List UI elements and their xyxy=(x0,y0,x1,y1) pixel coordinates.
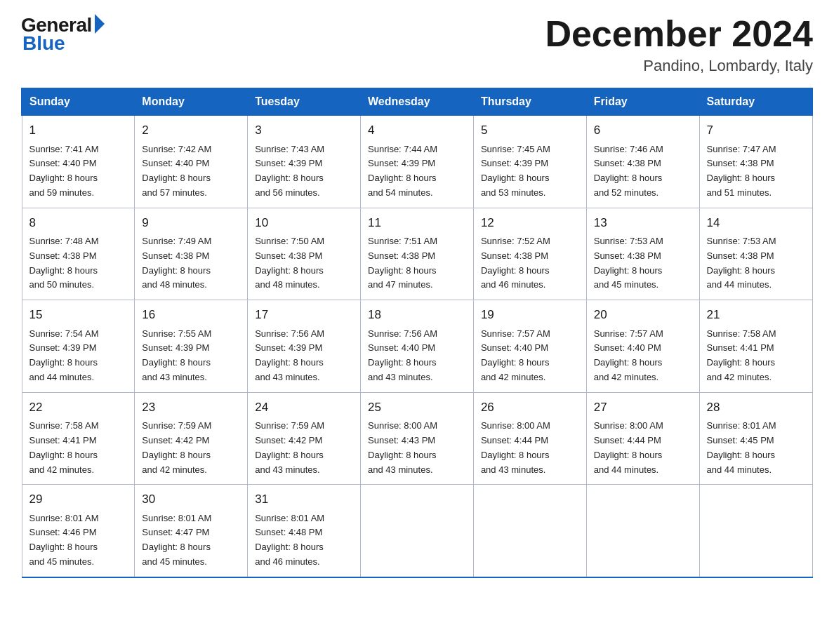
day-info: Sunrise: 7:49 AMSunset: 4:38 PMDaylight:… xyxy=(142,234,240,293)
calendar-table: SundayMondayTuesdayWednesdayThursdayFrid… xyxy=(21,88,813,578)
day-info: Sunrise: 7:57 AMSunset: 4:40 PMDaylight:… xyxy=(481,327,579,385)
location-title: Pandino, Lombardy, Italy xyxy=(545,57,813,75)
calendar-cell: 8Sunrise: 7:48 AMSunset: 4:38 PMDaylight… xyxy=(22,208,135,300)
calendar-cell xyxy=(473,485,586,577)
day-number: 15 xyxy=(29,306,128,324)
week-row-4: 22Sunrise: 7:58 AMSunset: 4:41 PMDayligh… xyxy=(22,392,812,485)
calendar-cell: 24Sunrise: 7:59 AMSunset: 4:42 PMDayligh… xyxy=(248,392,361,485)
day-number: 16 xyxy=(142,306,240,324)
day-number: 1 xyxy=(29,121,128,140)
week-row-5: 29Sunrise: 8:01 AMSunset: 4:46 PMDayligh… xyxy=(22,485,812,577)
calendar-cell: 25Sunrise: 8:00 AMSunset: 4:43 PMDayligh… xyxy=(361,392,474,485)
calendar-cell: 12Sunrise: 7:52 AMSunset: 4:38 PMDayligh… xyxy=(473,208,586,300)
calendar-cell: 29Sunrise: 8:01 AMSunset: 4:46 PMDayligh… xyxy=(22,485,135,577)
day-number: 30 xyxy=(142,490,240,509)
day-info: Sunrise: 7:56 AMSunset: 4:40 PMDaylight:… xyxy=(368,327,466,385)
title-block: December 2024 Pandino, Lombardy, Italy xyxy=(545,14,813,75)
day-number: 20 xyxy=(594,306,692,324)
calendar-cell xyxy=(699,485,812,577)
day-info: Sunrise: 7:44 AMSunset: 4:39 PMDaylight:… xyxy=(368,142,466,201)
day-number: 27 xyxy=(594,398,692,417)
day-number: 4 xyxy=(368,121,466,140)
calendar-cell: 15Sunrise: 7:54 AMSunset: 4:39 PMDayligh… xyxy=(22,300,135,393)
day-info: Sunrise: 7:53 AMSunset: 4:38 PMDaylight:… xyxy=(707,234,805,293)
header-cell-tuesday: Tuesday xyxy=(248,88,361,116)
day-number: 25 xyxy=(368,398,466,417)
day-info: Sunrise: 8:01 AMSunset: 4:47 PMDaylight:… xyxy=(142,511,240,570)
day-info: Sunrise: 7:45 AMSunset: 4:39 PMDaylight:… xyxy=(481,142,579,201)
day-info: Sunrise: 7:59 AMSunset: 4:42 PMDaylight:… xyxy=(255,419,353,477)
day-number: 7 xyxy=(707,121,805,140)
day-number: 26 xyxy=(481,398,579,417)
day-info: Sunrise: 8:01 AMSunset: 4:46 PMDaylight:… xyxy=(29,511,128,570)
day-number: 6 xyxy=(594,121,692,140)
day-number: 31 xyxy=(255,490,353,509)
header-cell-friday: Friday xyxy=(586,88,699,116)
day-info: Sunrise: 7:53 AMSunset: 4:38 PMDaylight:… xyxy=(594,234,692,293)
calendar-cell: 22Sunrise: 7:58 AMSunset: 4:41 PMDayligh… xyxy=(22,392,135,485)
day-number: 24 xyxy=(255,398,353,417)
day-info: Sunrise: 8:00 AMSunset: 4:44 PMDaylight:… xyxy=(481,419,579,477)
day-info: Sunrise: 7:57 AMSunset: 4:40 PMDaylight:… xyxy=(594,327,692,385)
day-number: 8 xyxy=(29,214,128,232)
day-number: 3 xyxy=(255,121,353,140)
calendar-cell: 23Sunrise: 7:59 AMSunset: 4:42 PMDayligh… xyxy=(135,392,248,485)
week-row-1: 1Sunrise: 7:41 AMSunset: 4:40 PMDaylight… xyxy=(22,116,812,208)
calendar-cell: 27Sunrise: 8:00 AMSunset: 4:44 PMDayligh… xyxy=(586,392,699,485)
day-number: 10 xyxy=(255,214,353,232)
logo: General Blue xyxy=(21,14,105,55)
day-number: 17 xyxy=(255,306,353,324)
day-number: 2 xyxy=(142,121,240,140)
calendar-cell: 11Sunrise: 7:51 AMSunset: 4:38 PMDayligh… xyxy=(361,208,474,300)
calendar-cell: 14Sunrise: 7:53 AMSunset: 4:38 PMDayligh… xyxy=(699,208,812,300)
day-info: Sunrise: 7:55 AMSunset: 4:39 PMDaylight:… xyxy=(142,327,240,385)
day-number: 13 xyxy=(594,214,692,232)
calendar-cell: 4Sunrise: 7:44 AMSunset: 4:39 PMDaylight… xyxy=(361,116,474,208)
logo-blue-text: Blue xyxy=(22,32,65,55)
day-number: 14 xyxy=(707,214,805,232)
day-info: Sunrise: 7:42 AMSunset: 4:40 PMDaylight:… xyxy=(142,142,240,201)
calendar-cell: 21Sunrise: 7:58 AMSunset: 4:41 PMDayligh… xyxy=(699,300,812,393)
calendar-header: SundayMondayTuesdayWednesdayThursdayFrid… xyxy=(22,88,812,116)
calendar-cell: 5Sunrise: 7:45 AMSunset: 4:39 PMDaylight… xyxy=(473,116,586,208)
header-row: SundayMondayTuesdayWednesdayThursdayFrid… xyxy=(22,88,812,116)
day-info: Sunrise: 7:46 AMSunset: 4:38 PMDaylight:… xyxy=(594,142,692,201)
day-number: 23 xyxy=(142,398,240,417)
header-cell-thursday: Thursday xyxy=(473,88,586,116)
day-info: Sunrise: 7:52 AMSunset: 4:38 PMDaylight:… xyxy=(481,234,579,293)
calendar-cell: 26Sunrise: 8:00 AMSunset: 4:44 PMDayligh… xyxy=(473,392,586,485)
day-number: 5 xyxy=(481,121,579,140)
calendar-cell: 18Sunrise: 7:56 AMSunset: 4:40 PMDayligh… xyxy=(361,300,474,393)
day-info: Sunrise: 8:01 AMSunset: 4:48 PMDaylight:… xyxy=(255,511,353,570)
day-info: Sunrise: 7:56 AMSunset: 4:39 PMDaylight:… xyxy=(255,327,353,385)
day-info: Sunrise: 8:01 AMSunset: 4:45 PMDaylight:… xyxy=(707,419,805,477)
logo-arrow-icon xyxy=(95,14,105,34)
day-info: Sunrise: 7:59 AMSunset: 4:42 PMDaylight:… xyxy=(142,419,240,477)
calendar-cell: 7Sunrise: 7:47 AMSunset: 4:38 PMDaylight… xyxy=(699,116,812,208)
calendar-cell xyxy=(361,485,474,577)
header-cell-monday: Monday xyxy=(135,88,248,116)
day-number: 22 xyxy=(29,398,128,417)
calendar-cell: 10Sunrise: 7:50 AMSunset: 4:38 PMDayligh… xyxy=(248,208,361,300)
calendar-cell: 20Sunrise: 7:57 AMSunset: 4:40 PMDayligh… xyxy=(586,300,699,393)
calendar-cell: 13Sunrise: 7:53 AMSunset: 4:38 PMDayligh… xyxy=(586,208,699,300)
day-info: Sunrise: 7:43 AMSunset: 4:39 PMDaylight:… xyxy=(255,142,353,201)
day-number: 28 xyxy=(707,398,805,417)
day-info: Sunrise: 8:00 AMSunset: 4:44 PMDaylight:… xyxy=(594,419,692,477)
header-cell-wednesday: Wednesday xyxy=(361,88,474,116)
header-cell-saturday: Saturday xyxy=(699,88,812,116)
day-number: 11 xyxy=(368,214,466,232)
day-number: 9 xyxy=(142,214,240,232)
day-number: 18 xyxy=(368,306,466,324)
week-row-2: 8Sunrise: 7:48 AMSunset: 4:38 PMDaylight… xyxy=(22,208,812,300)
calendar-cell xyxy=(586,485,699,577)
calendar-cell: 28Sunrise: 8:01 AMSunset: 4:45 PMDayligh… xyxy=(699,392,812,485)
calendar-cell: 2Sunrise: 7:42 AMSunset: 4:40 PMDaylight… xyxy=(135,116,248,208)
day-number: 29 xyxy=(29,490,128,509)
day-info: Sunrise: 7:47 AMSunset: 4:38 PMDaylight:… xyxy=(707,142,805,201)
month-title: December 2024 xyxy=(545,14,813,54)
calendar-cell: 6Sunrise: 7:46 AMSunset: 4:38 PMDaylight… xyxy=(586,116,699,208)
calendar-cell: 1Sunrise: 7:41 AMSunset: 4:40 PMDaylight… xyxy=(22,116,135,208)
day-number: 19 xyxy=(481,306,579,324)
day-info: Sunrise: 7:50 AMSunset: 4:38 PMDaylight:… xyxy=(255,234,353,293)
